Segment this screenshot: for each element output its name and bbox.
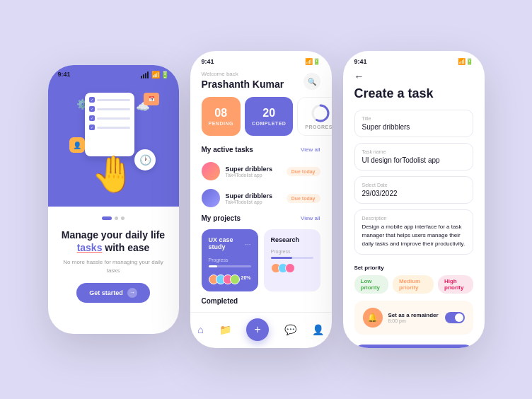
welcome-text: Welcome back [202, 71, 284, 77]
projects-title: My projects [202, 214, 241, 222]
nav-folder[interactable]: 📁 [219, 324, 231, 335]
phone1-time: 9:41 [58, 71, 71, 79]
completed-number: 20 [262, 107, 275, 120]
date-label: Select Date [362, 183, 466, 187]
title-field[interactable]: Title Super dribblers [354, 110, 473, 137]
reminder-icon: 🔔 [363, 308, 383, 328]
active-tasks-header: My active tasks View all [190, 143, 332, 158]
project-card-1: UX case study ··· Progress 20% [202, 229, 258, 291]
hand-icon: 🤚 [91, 156, 135, 192]
high-priority-pill[interactable]: High priority [438, 275, 473, 294]
description-label: Description [362, 216, 466, 221]
phone3-time: 9:41 [354, 58, 367, 65]
task-name-field[interactable]: Task name UI design forTodolist app [354, 143, 473, 170]
phone1-body: Manage your daily life tasks with ease N… [48, 207, 179, 334]
dot-3 [121, 216, 125, 220]
phone-2: 9:41 📶🔋 Welcome back Prashanth Kumar 🔍 0… [190, 51, 332, 348]
progress-fill-1 [209, 265, 217, 267]
search-button[interactable]: 🔍 [303, 73, 320, 90]
project-title-2: Research [271, 236, 313, 243]
user-name: Prashanth Kumar [202, 79, 284, 90]
project-progress-bar-1 [209, 265, 251, 267]
phone2-status: 9:41 📶🔋 [190, 51, 332, 68]
task-name-1: Super dribblers [226, 166, 281, 173]
phone3-status: 9:41 📶🔋 [343, 51, 485, 68]
task-info-1: Super dribblers Tak4Todolist app [226, 166, 281, 178]
project-avatars-1 [209, 274, 237, 284]
phone2-time: 9:41 [202, 58, 214, 65]
progress-circle [311, 103, 330, 123]
reminder-toggle[interactable] [445, 312, 465, 323]
project-progress-bar-2 [271, 257, 313, 259]
project-progress-label-1: Progress [209, 258, 251, 262]
pending-stat: 08 PENDING [202, 97, 241, 136]
phone3-signal: 📶🔋 [458, 58, 473, 65]
completed-label: COMPLETED [252, 121, 286, 126]
description-field[interactable]: Description Design a mobile app interfac… [354, 209, 473, 255]
active-tasks-title: My active tasks [202, 146, 253, 154]
projects-view-all[interactable]: View all [301, 215, 320, 221]
back-button[interactable]: ← [343, 68, 485, 86]
due-badge-2: Due today [287, 194, 320, 203]
progress-stat: PROGRESS [297, 97, 331, 136]
pending-label: PENDING [209, 121, 233, 126]
completed-stat: 20 COMPLETED [245, 97, 293, 136]
low-priority-pill[interactable]: Low priority [354, 275, 388, 294]
title-label: Title [362, 116, 466, 121]
projects-header: My projects View all [190, 212, 332, 226]
nav-chat[interactable]: 💬 [284, 324, 296, 335]
task-avatar-2 [202, 189, 220, 207]
clock-icon: 🕐 [134, 149, 156, 170]
project-title-1: UX case study [209, 236, 245, 250]
reminder-title: Set as a remainder [388, 312, 439, 318]
phone1-hero: 9:41 📶 🔋 ⚙️ ☁️ 📅 [48, 65, 179, 207]
priority-section: Set priority Low priority Medium priorit… [343, 260, 485, 298]
pending-number: 08 [214, 107, 227, 120]
task-name-label: Task name [362, 149, 466, 154]
phone1-signal: 📶 🔋 [141, 71, 169, 79]
dot-2 [115, 216, 118, 220]
phone2-signal: 📶🔋 [305, 58, 320, 65]
get-started-button[interactable]: Get started → [76, 283, 150, 303]
medium-priority-pill[interactable]: Medium priority [393, 275, 434, 294]
priority-label: Set priority [354, 265, 473, 271]
page-title: Create a task [343, 86, 485, 110]
priority-pills: Low priority Medium priority High priori… [354, 275, 473, 294]
phone1-subtitle: No more hassle for managing your daily t… [59, 258, 168, 274]
project-card-2: Research Progress [264, 229, 320, 291]
projects-row: UX case study ··· Progress 20% [190, 226, 332, 297]
create-task-button[interactable]: Create a new task [354, 345, 473, 348]
task-app-1: Tak4Todolist app [226, 173, 281, 178]
title-highlight: tasks [77, 242, 103, 253]
description-value: Design a mobile app interface for a task… [362, 223, 466, 248]
active-tasks-view-all[interactable]: View all [301, 146, 320, 153]
phone1-title: Manage your daily life tasks with ease [59, 229, 168, 254]
task-name-2: Super dribblers [226, 192, 281, 200]
progress-fill-2 [271, 257, 292, 259]
nav-user[interactable]: 👤 [312, 324, 324, 335]
calendar-icon: 📅 [144, 93, 159, 105]
project-progress-label-2: Progress [271, 249, 313, 254]
completed-section: Completed [190, 297, 332, 308]
get-started-label: Get started [89, 289, 123, 296]
user-icon: 👤 [69, 137, 85, 153]
date-value: 29/03/2022 [362, 190, 466, 197]
task-avatar-1 [202, 162, 220, 180]
dot-row [102, 216, 125, 220]
mini-avatar [230, 274, 240, 284]
completed-title: Completed [202, 297, 320, 305]
project-pct-1: 20% [241, 275, 250, 280]
nav-home[interactable]: ⌂ [197, 324, 203, 335]
nav-add-button[interactable]: + [246, 318, 269, 341]
reminder-row: 🔔 Set as a remainder 8:00 pm [354, 301, 473, 335]
phone-1: 9:41 📶 🔋 ⚙️ ☁️ 📅 [48, 65, 179, 334]
task-app-2: Tak4Todolist app [226, 200, 281, 204]
date-field[interactable]: Select Date 29/03/2022 [354, 176, 473, 204]
task-info-2: Super dribblers Tak4Todolist app [226, 192, 281, 204]
phone-3: 9:41 📶🔋 ← Create a task Title Super drib… [343, 51, 485, 348]
reminder-text: Set as a remainder 8:00 pm [388, 312, 439, 323]
arrow-icon: → [127, 288, 137, 298]
title-value: Super dribblers [362, 123, 466, 131]
hero-illustration: ⚙️ ☁️ 📅 👤 🕐 🤚 [64, 79, 163, 192]
project-dots-1: ··· [245, 241, 250, 248]
